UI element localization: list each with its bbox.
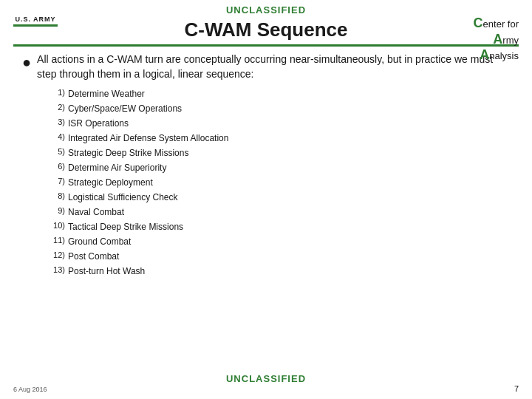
list-item: 10)Tactical Deep Strike Missions (44, 220, 510, 233)
caa-a2-letter: A (480, 47, 489, 62)
army-logo: U.S. ARMY (13, 16, 58, 27)
list-item: 13)Post-turn Hot Wash (44, 265, 510, 278)
list-item: 5)Strategic Deep Strike Missions (44, 146, 510, 160)
list-item: 11)Ground Combat (44, 235, 510, 248)
caa-a-letter: A (493, 32, 502, 47)
item-number: 3) (44, 117, 65, 126)
header-row: U.S. ARMY C-WAM Sequence Center for Army… (0, 16, 532, 41)
item-number: 1) (44, 87, 65, 97)
page-title: C-WAM Sequence (184, 18, 347, 41)
caa-line1: Center for (474, 16, 519, 32)
item-text: Post Combat (68, 250, 119, 263)
item-text: Determine Weather (68, 87, 145, 100)
item-number: 6) (44, 161, 65, 171)
item-number: 10) (44, 220, 65, 230)
item-number: 11) (44, 235, 65, 245)
caa-logo: Center for Army Analysis (474, 16, 519, 64)
list-item: 4)Integrated Air Defense System Allocati… (44, 132, 510, 145)
numbered-list: 1)Determine Weather2)Cyber/Space/EW Oper… (44, 87, 510, 278)
item-number: 4) (44, 132, 65, 141)
caa-line3: Analysis (474, 47, 519, 64)
content-area: ● All actions in a C-WAM turn are concep… (0, 47, 532, 278)
list-item: 9)Naval Combat (44, 205, 510, 219)
list-item: 7)Strategic Deployment (44, 176, 510, 189)
item-text: ISR Operations (68, 117, 129, 130)
item-number: 7) (44, 176, 65, 185)
list-item: 1)Determine Weather (44, 87, 510, 100)
item-number: 13) (44, 265, 65, 274)
item-text: Strategic Deep Strike Missions (68, 146, 188, 160)
item-text: Cyber/Space/EW Operations (68, 102, 182, 115)
list-item: 2)Cyber/Space/EW Operations (44, 102, 510, 115)
item-text: Integrated Air Defense System Allocation (68, 132, 228, 145)
intro-bullet: ● All actions in a C-WAM turn are concep… (22, 52, 510, 81)
list-item: 8)Logistical Sufficiency Check (44, 191, 510, 204)
list-item: 6)Determine Air Superiority (44, 161, 510, 174)
caa-analysis-text: nalysis (489, 50, 519, 61)
army-bar (13, 24, 58, 27)
intro-text: All actions in a C-WAM turn are conceptu… (37, 52, 510, 81)
item-number: 2) (44, 102, 65, 112)
caa-army-text: rmy (502, 35, 519, 46)
item-text: Strategic Deployment (68, 176, 153, 189)
item-number: 9) (44, 205, 65, 215)
list-item: 12)Post Combat (44, 250, 510, 263)
footer-date: 6 Aug 2016 (13, 386, 47, 393)
item-number: 5) (44, 146, 65, 156)
item-text: Post-turn Hot Wash (68, 265, 145, 278)
list-item: 3)ISR Operations (44, 117, 510, 130)
item-text: Logistical Sufficiency Check (68, 191, 178, 204)
item-number: 12) (44, 250, 65, 259)
army-text: U.S. ARMY (15, 16, 55, 23)
item-text: Tactical Deep Strike Missions (68, 220, 183, 233)
caa-c-letter: C (474, 16, 483, 30)
caa-center-text: enter for (483, 18, 519, 30)
item-text: Naval Combat (68, 205, 124, 219)
item-text: Ground Combat (68, 235, 131, 248)
bullet-icon: ● (22, 52, 31, 72)
item-text: Determine Air Superiority (68, 161, 166, 174)
caa-line2: Army (474, 32, 519, 48)
item-number: 8) (44, 191, 65, 200)
footer-page: 7 (514, 384, 519, 393)
top-classification-label: UNCLASSIFIED (0, 0, 532, 16)
bottom-classification-label: UNCLASSIFIED (0, 373, 532, 384)
